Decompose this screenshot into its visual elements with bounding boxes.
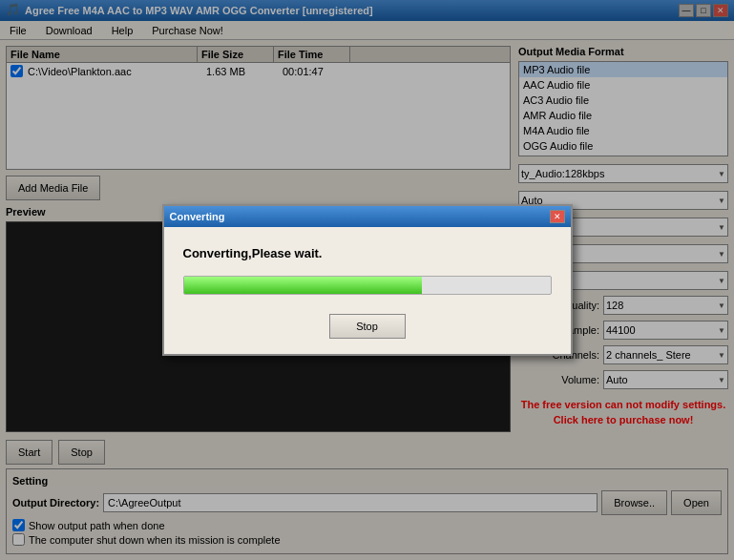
modal-body: Converting,Please wait. Stop <box>164 227 571 354</box>
progress-bar-container <box>183 276 552 295</box>
modal-title: Converting <box>170 211 225 222</box>
modal-buttons: Stop <box>183 314 552 339</box>
modal-stop-button[interactable]: Stop <box>329 314 406 339</box>
progress-bar-fill <box>184 277 423 294</box>
converting-status: Converting,Please wait. <box>183 246 552 260</box>
modal-overlay: Converting ✕ Converting,Please wait. Sto… <box>0 0 734 560</box>
modal-title-bar: Converting ✕ <box>164 206 571 227</box>
converting-modal: Converting ✕ Converting,Please wait. Sto… <box>162 204 573 356</box>
modal-close-button[interactable]: ✕ <box>550 210 565 223</box>
